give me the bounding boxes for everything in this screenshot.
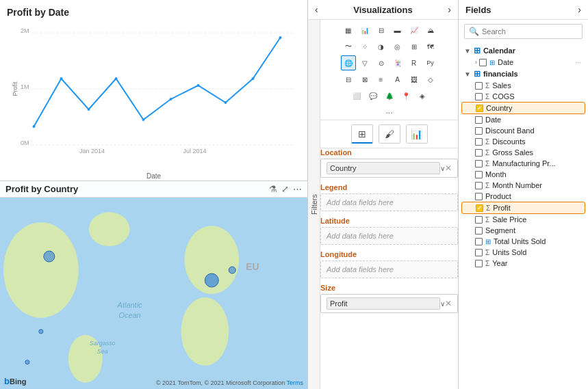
map-area[interactable]: Profit by Country ⚗ ⤢ ⋯ Atlantic O	[0, 181, 307, 389]
viz-icon-map[interactable]: 🗺	[423, 39, 438, 54]
viz-icon-table[interactable]: ⊟	[341, 72, 356, 87]
viz-icon-image[interactable]: 🖼	[407, 72, 422, 87]
size-drop-zone[interactable]: Profit ∨ ✕	[320, 294, 458, 313]
date-more[interactable]: ···	[576, 59, 581, 66]
viz-icon-gauge[interactable]: ⊙	[374, 55, 389, 70]
location-drop-zone[interactable]: Country ∨ ✕	[320, 159, 458, 178]
manufacturing-sigma-icon: Σ	[485, 160, 489, 167]
month-number-checkbox[interactable]	[475, 182, 483, 189]
field-item-total-units-sold[interactable]: ⊞ Total Units Sold	[461, 236, 585, 247]
country-checkbox[interactable]	[476, 105, 483, 112]
viz-icon-slicer[interactable]: ≡	[374, 72, 389, 87]
profit-checkbox[interactable]	[476, 204, 483, 212]
latitude-drop-zone[interactable]: Add data fields here	[320, 227, 458, 245]
field-item-manufacturing-pr[interactable]: Σ Manufacturing Pr...	[461, 158, 585, 169]
viz-icon-stacked-bar[interactable]: ▦	[341, 23, 356, 38]
manufacturing-checkbox[interactable]	[475, 160, 483, 167]
date-calendar-checkbox[interactable]	[479, 59, 487, 66]
discount-band-checkbox[interactable]	[475, 127, 483, 135]
date-checkbox[interactable]	[475, 116, 483, 124]
legend-drop-zone[interactable]: Add data fields here	[320, 193, 458, 211]
field-item-sale-price[interactable]: Σ Sale Price	[461, 214, 585, 225]
sales-checkbox[interactable]	[475, 82, 483, 90]
field-item-product[interactable]: Product	[461, 191, 585, 202]
filter-icon[interactable]: ⚗	[269, 184, 277, 194]
viz-format-btn[interactable]: 🖌	[379, 124, 400, 144]
size-field-remove[interactable]: ✕	[445, 299, 452, 308]
viz-icon-100-bar[interactable]: ⊟	[374, 23, 389, 38]
field-item-month[interactable]: Month	[461, 169, 585, 180]
field-item-discount-band[interactable]: Discount Band	[461, 125, 585, 136]
viz-fields-btn[interactable]: ⊞	[351, 124, 373, 144]
field-item-discounts[interactable]: Σ Discounts	[461, 136, 585, 147]
viz-icon-custom[interactable]: 📍	[398, 88, 413, 103]
viz-back-arrow[interactable]: ‹	[315, 4, 318, 15]
viz-icon-decomp[interactable]: 🌲	[382, 88, 397, 103]
field-item-year[interactable]: Σ Year	[461, 258, 585, 269]
cogs-checkbox[interactable]	[475, 93, 483, 100]
field-item-units-sold[interactable]: Σ Units Sold	[461, 247, 585, 258]
field-item-country[interactable]: Country	[461, 102, 585, 114]
units-sold-checkbox[interactable]	[475, 249, 483, 256]
field-item-cogs[interactable]: Σ COGS	[461, 91, 585, 102]
gross-sales-checkbox[interactable]	[475, 149, 483, 157]
field-item-date[interactable]: Date	[461, 114, 585, 125]
viz-icon-treemap[interactable]: ⊞	[407, 39, 422, 54]
viz-icon-line[interactable]: 📈	[407, 23, 422, 38]
calendar-section-header[interactable]: ▼ ⊞ Calendar	[461, 44, 585, 57]
discounts-checkbox[interactable]	[475, 138, 483, 146]
viz-icon-card[interactable]: 🃏	[390, 55, 405, 70]
viz-icon-qa[interactable]: 💬	[366, 88, 381, 103]
viz-icon-ribbon[interactable]: 〜	[341, 39, 356, 54]
field-item-gross-sales[interactable]: Σ Gross Sales	[461, 147, 585, 158]
terms-link[interactable]: Terms	[287, 379, 304, 386]
sales-sigma-icon: Σ	[485, 82, 489, 90]
units-sold-name: Units Sold	[492, 248, 581, 256]
viz-icon-matrix[interactable]: ⊠	[357, 72, 372, 87]
total-units-sold-checkbox[interactable]	[475, 238, 483, 245]
viz-icon-funnel[interactable]: ▽	[357, 55, 372, 70]
viz-icon-pie[interactable]: ◑	[374, 39, 389, 54]
field-item-month-number[interactable]: Σ Month Number	[461, 180, 585, 191]
filters-tab[interactable]: Filters	[308, 20, 320, 389]
viz-icon-donut[interactable]: ◎	[390, 39, 405, 54]
viz-analytics-btn[interactable]: 📊	[406, 124, 428, 144]
longitude-drop-zone[interactable]: Add data fields here	[320, 260, 458, 278]
gross-sales-sigma-icon: Σ	[485, 149, 489, 157]
location-field-remove[interactable]: ✕	[445, 163, 452, 173]
field-item-date-calendar[interactable]: › ⊞ Date ···	[461, 57, 585, 68]
viz-icon-extra[interactable]: ◈	[415, 88, 430, 103]
latitude-group: Latitude Add data fields here	[320, 217, 458, 245]
field-item-sales[interactable]: Σ Sales	[461, 80, 585, 91]
viz-icon-bar[interactable]: 📊	[357, 23, 372, 38]
location-dropdown-arrow[interactable]: ∨	[440, 165, 445, 172]
search-box[interactable]: 🔍	[464, 24, 583, 39]
year-checkbox[interactable]	[475, 260, 483, 267]
viz-icon-filled-map[interactable]: 🌐	[341, 55, 356, 70]
field-item-profit[interactable]: Σ Profit	[461, 202, 585, 214]
viz-icon-python[interactable]: Py	[423, 55, 438, 70]
search-input[interactable]	[482, 27, 578, 36]
middle-panel: ‹ Visualizations › Filters ▦ 📊 ⊟ ▬ 📈 ⛰ 〜	[308, 0, 459, 389]
viz-icon-scatter[interactable]: ⁘	[357, 39, 372, 54]
financials-section-header[interactable]: ▼ ⊞ financials	[461, 68, 585, 80]
sale-price-checkbox[interactable]	[475, 216, 483, 224]
viz-icon-shape[interactable]: ◇	[423, 72, 438, 87]
viz-more[interactable]: ...	[324, 105, 454, 117]
viz-icon-button[interactable]: ⬜	[349, 88, 364, 103]
expand-icon[interactable]: ⤢	[281, 184, 289, 194]
size-dropdown-arrow[interactable]: ∨	[440, 300, 445, 308]
month-checkbox[interactable]	[475, 171, 483, 178]
financials-collapse-arrow: ▼	[464, 70, 471, 78]
svg-point-33	[39, 330, 43, 334]
viz-icon-text[interactable]: A	[390, 72, 405, 87]
segment-checkbox[interactable]	[475, 227, 483, 234]
more-icon[interactable]: ⋯	[293, 184, 302, 194]
viz-icon-kpi[interactable]: R	[407, 55, 422, 70]
viz-icon-clustered-bar[interactable]: ▬	[390, 23, 405, 38]
viz-forward-arrow[interactable]: ›	[448, 4, 451, 15]
field-item-segment[interactable]: Segment	[461, 225, 585, 236]
viz-icon-area[interactable]: ⛰	[423, 23, 438, 38]
fields-forward-arrow[interactable]: ›	[578, 4, 581, 15]
product-checkbox[interactable]	[475, 193, 483, 200]
